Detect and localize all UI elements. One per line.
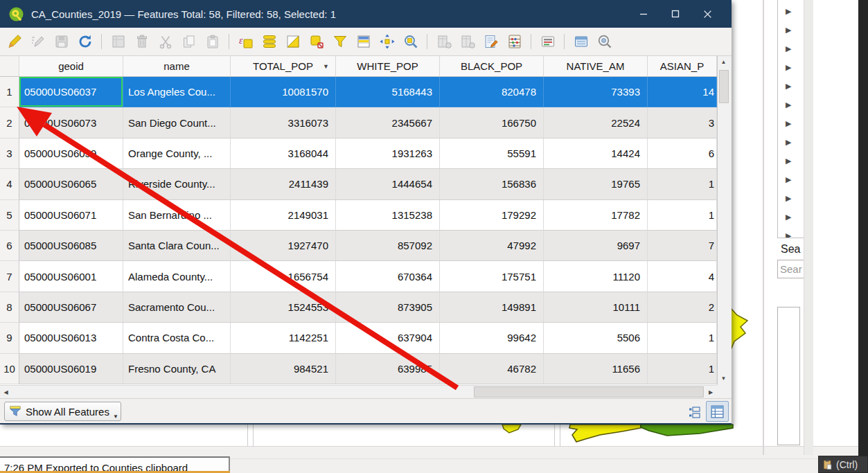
conditional-formatting-button[interactable] xyxy=(539,33,556,51)
form-view-toggle-button[interactable] xyxy=(684,404,705,420)
table-cell[interactable]: 05000US06085 xyxy=(19,231,123,261)
table-cell[interactable]: 1142251 xyxy=(231,323,336,353)
table-cell[interactable]: 820478 xyxy=(440,77,544,107)
table-cell[interactable]: 1927470 xyxy=(231,231,336,261)
expand-arrow-icon[interactable]: ▶ xyxy=(786,175,795,184)
minimize-button[interactable] xyxy=(628,0,659,28)
select-by-expression-button[interactable]: ε xyxy=(237,33,254,51)
table-cell[interactable]: 3168044 xyxy=(231,139,336,169)
table-cell[interactable]: 11656 xyxy=(544,354,648,384)
expand-arrow-icon[interactable]: ▶ xyxy=(786,212,795,222)
table-cell[interactable]: Los Angeles Cou... xyxy=(123,77,231,107)
expand-arrow-icon[interactable]: ▶ xyxy=(786,118,795,128)
pan-to-selection-button[interactable] xyxy=(378,33,396,51)
row-number[interactable]: 1 xyxy=(0,77,19,107)
vertical-scrollbar[interactable]: ▲ ▼ xyxy=(717,56,729,385)
table-cell[interactable]: 1 xyxy=(648,169,717,199)
save-edits-button[interactable] xyxy=(53,33,70,51)
row-number[interactable]: 3 xyxy=(0,139,19,169)
table-cell[interactable]: 7 xyxy=(648,231,717,261)
table-cell[interactable]: San Diego Count... xyxy=(123,107,231,138)
expand-arrow-icon[interactable]: ▶ xyxy=(786,193,795,203)
side-scrollbar-strip[interactable] xyxy=(804,0,813,455)
new-field-button[interactable] xyxy=(435,33,452,51)
expand-arrow-icon[interactable]: ▶ xyxy=(786,62,795,72)
table-cell[interactable]: 14424 xyxy=(544,139,648,169)
table-cell[interactable]: 05000US06071 xyxy=(19,200,123,231)
table-cell[interactable]: 99642 xyxy=(440,323,544,353)
table-cell[interactable]: 639985 xyxy=(336,354,440,384)
row-number[interactable]: 8 xyxy=(0,292,19,323)
table-cell[interactable]: San Bernardino ... xyxy=(123,200,231,231)
table-cell[interactable]: 179292 xyxy=(440,200,544,231)
table-cell[interactable]: 149891 xyxy=(440,292,544,323)
table-cell[interactable]: 2149031 xyxy=(231,200,336,231)
table-cell[interactable]: 46782 xyxy=(440,354,544,384)
zoom-to-selection-button[interactable] xyxy=(402,33,419,51)
table-cell[interactable]: 9697 xyxy=(544,231,648,261)
table-cell[interactable]: 10111 xyxy=(544,292,648,323)
expand-arrow-icon[interactable]: ▶ xyxy=(786,156,795,166)
table-cell[interactable]: 2411439 xyxy=(231,169,336,199)
table-cell[interactable]: 5506 xyxy=(544,323,648,353)
selected-cell[interactable]: 05000US06037 xyxy=(19,77,123,107)
table-cell[interactable]: 175751 xyxy=(440,261,544,292)
table-cell[interactable]: 1524553 xyxy=(231,292,336,323)
table-cell[interactable]: Riverside County... xyxy=(123,169,231,199)
filter-select-by-form-button[interactable] xyxy=(331,33,348,51)
column-header-ASIAN_P[interactable]: ASIAN_P xyxy=(648,56,717,76)
search-input[interactable] xyxy=(777,260,805,278)
table-cell[interactable]: 873905 xyxy=(336,292,440,323)
deselect-all-button[interactable] xyxy=(308,33,325,51)
table-cell[interactable]: 3 xyxy=(648,107,717,138)
add-feature-button[interactable] xyxy=(109,33,127,51)
expand-arrow-icon[interactable]: ▶ xyxy=(786,100,795,109)
table-cell[interactable]: 11120 xyxy=(544,261,648,292)
row-number[interactable]: 5 xyxy=(0,200,19,231)
table-cell[interactable]: Fresno County, CA xyxy=(123,354,231,384)
scroll-up-icon[interactable]: ▲ xyxy=(718,56,729,68)
table-cell[interactable]: 47992 xyxy=(440,231,544,261)
column-header-name[interactable]: name xyxy=(123,56,231,76)
table-cell[interactable]: 1 xyxy=(648,323,717,353)
column-header-geoid[interactable]: geoid xyxy=(19,56,123,76)
table-cell[interactable]: 2345667 xyxy=(336,107,440,138)
paste-options-badge[interactable]: (Ctrl) xyxy=(818,456,868,473)
maximize-button[interactable] xyxy=(659,0,691,28)
feature-filter-button[interactable]: Show All Features ▼ xyxy=(4,402,121,421)
table-actions-button[interactable] xyxy=(596,33,613,51)
horizontal-scroll-thumb[interactable] xyxy=(474,386,704,398)
move-selection-to-top-button[interactable] xyxy=(355,33,372,51)
expand-arrow-icon[interactable]: ▶ xyxy=(786,25,795,35)
table-view-toggle-button[interactable] xyxy=(706,401,729,422)
expand-arrow-icon[interactable]: ▶ xyxy=(786,6,795,16)
table-cell[interactable]: Orange County, ... xyxy=(123,139,231,169)
table-cell[interactable]: 55591 xyxy=(440,139,544,169)
table-cell[interactable]: 05000US06065 xyxy=(19,169,123,199)
table-cell[interactable]: 156836 xyxy=(440,169,544,199)
table-cell[interactable]: 1656754 xyxy=(231,261,336,292)
table-cell[interactable]: 984521 xyxy=(231,354,336,384)
expand-arrow-icon[interactable]: ▶ xyxy=(786,231,795,238)
table-cell[interactable]: 4 xyxy=(648,261,717,292)
expand-arrow-icon[interactable]: ▶ xyxy=(786,137,795,147)
window-titlebar[interactable]: CA_Counties_2019 — Features Total: 58, F… xyxy=(0,0,732,28)
table-cell[interactable]: 1931263 xyxy=(336,139,440,169)
horizontal-scrollbar[interactable]: ◀ ▶ xyxy=(0,385,717,398)
table-cell[interactable]: 05000US06019 xyxy=(19,354,123,384)
row-number[interactable]: 2 xyxy=(0,107,19,138)
invert-selection-button[interactable] xyxy=(284,33,301,51)
select-all-button[interactable] xyxy=(260,33,278,51)
row-number[interactable]: 10 xyxy=(0,354,19,384)
edit-field-button[interactable] xyxy=(482,33,499,51)
table-cell[interactable]: 1444654 xyxy=(336,169,440,199)
delete-features-button[interactable] xyxy=(133,33,150,51)
delete-field-button[interactable] xyxy=(459,33,476,51)
table-cell[interactable]: 166750 xyxy=(440,107,544,138)
table-cell[interactable]: Contra Costa Co... xyxy=(123,323,231,353)
table-cell[interactable]: 5168443 xyxy=(336,77,440,107)
table-cell[interactable]: 3316073 xyxy=(231,107,336,138)
column-header-TOTAL_POP[interactable]: TOTAL_POP▼ xyxy=(231,56,336,76)
vertical-scroll-thumb[interactable] xyxy=(719,70,729,103)
table-cell[interactable]: 2 xyxy=(648,292,717,323)
